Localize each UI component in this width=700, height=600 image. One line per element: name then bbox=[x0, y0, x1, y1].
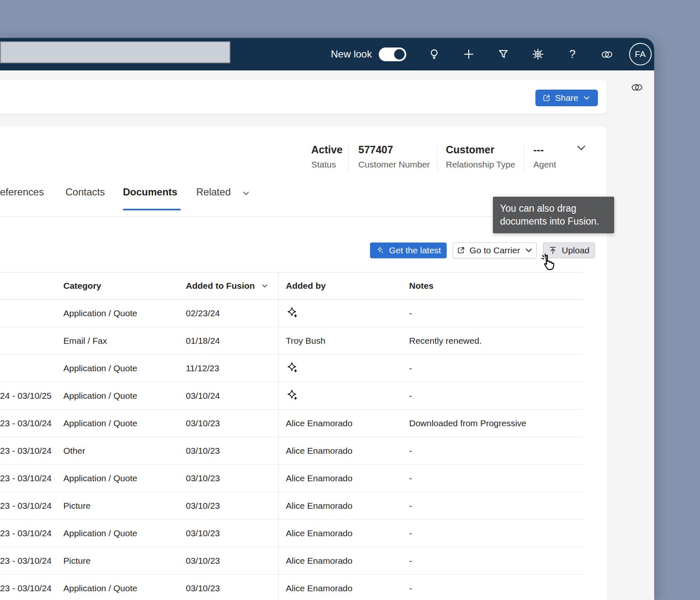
customer-status-field: Active Status bbox=[311, 144, 342, 170]
policy-term-cell: 23 - 03/10/24 bbox=[0, 501, 63, 511]
agent-value: --- bbox=[533, 144, 556, 156]
documents-table-body: Application / Quote 02/23/24 - Email / F… bbox=[0, 300, 583, 600]
added-to-fusion-cell: 03/10/23 bbox=[186, 556, 278, 566]
category-cell: Application / Quote bbox=[63, 308, 186, 318]
related-chevron-icon[interactable] bbox=[242, 190, 250, 198]
added-by-cell: Alice Enamorado bbox=[278, 556, 409, 566]
added-by-header[interactable]: Added by bbox=[278, 281, 409, 291]
added-to-fusion-cell: 02/23/24 bbox=[186, 308, 278, 318]
category-cell: Application / Quote bbox=[63, 473, 186, 483]
app-window: New look ? bbox=[0, 38, 654, 600]
added-by-cell bbox=[278, 306, 409, 320]
pinned-columns-divider bbox=[278, 272, 279, 600]
table-row[interactable]: 24 - 03/10/25 Application / Quote 03/10/… bbox=[0, 382, 583, 410]
category-cell: Application / Quote bbox=[63, 391, 186, 401]
drag-documents-tooltip: You can also drag documents into Fusion. bbox=[493, 197, 614, 233]
added-to-fusion-cell: 03/10/23 bbox=[186, 446, 278, 456]
table-row[interactable]: 23 - 03/10/24 Application / Quote 03/10/… bbox=[0, 410, 583, 437]
added-by-cell: Alice Enamorado bbox=[278, 446, 409, 456]
notes-header[interactable]: Notes bbox=[409, 281, 583, 291]
share-button-label: Share bbox=[555, 93, 578, 103]
category-cell: Application / Quote bbox=[63, 528, 186, 538]
chevron-down-icon bbox=[524, 246, 533, 255]
table-row[interactable]: Application / Quote 02/23/24 - bbox=[0, 300, 583, 327]
sort-chevron-icon[interactable] bbox=[261, 282, 269, 290]
go-to-carrier-label: Go to Carrier bbox=[470, 245, 520, 255]
tab-related[interactable]: Related bbox=[196, 186, 231, 198]
category-cell: Application / Quote bbox=[63, 418, 186, 428]
category-cell: Application / Quote bbox=[63, 583, 186, 593]
add-icon[interactable] bbox=[462, 48, 475, 61]
share-icon bbox=[542, 93, 551, 102]
search-input[interactable] bbox=[0, 41, 230, 63]
notes-cell: - bbox=[409, 446, 583, 456]
new-look-toggle[interactable] bbox=[379, 48, 406, 61]
new-look-label: New look bbox=[331, 48, 372, 60]
table-row[interactable]: 23 - 03/10/24 Picture 03/10/23 Alice Ena… bbox=[0, 492, 583, 520]
table-row[interactable]: Application / Quote 11/12/23 - bbox=[0, 355, 583, 382]
customer-number-label: Customer Number bbox=[358, 160, 430, 170]
notes-cell: - bbox=[409, 528, 583, 538]
added-by-cell bbox=[278, 361, 409, 375]
notes-cell: - bbox=[409, 556, 583, 566]
ai-sparkle-icon bbox=[286, 306, 300, 320]
table-row[interactable]: 23 - 03/10/24 Picture 03/10/23 Alice Ena… bbox=[0, 547, 583, 575]
added-to-fusion-cell: 01/18/24 bbox=[186, 336, 278, 346]
field-divider bbox=[437, 145, 438, 171]
tab-preferences[interactable]: eferences bbox=[0, 186, 44, 198]
desktop-background: New look ? bbox=[0, 0, 700, 600]
added-to-fusion-cell: 03/10/23 bbox=[186, 528, 278, 538]
documents-actions-row: Get the latest Go to Carrier Upload bbox=[0, 242, 607, 258]
notes-cell: Recently renewed. bbox=[409, 336, 583, 346]
table-row[interactable]: 23 - 03/10/24 Application / Quote 03/10/… bbox=[0, 575, 583, 600]
copilot-icon[interactable] bbox=[600, 48, 614, 61]
lightbulb-icon[interactable] bbox=[428, 48, 441, 61]
account-avatar[interactable]: FA bbox=[629, 43, 652, 65]
agent-field: --- Agent bbox=[533, 144, 556, 170]
avatar-initials: FA bbox=[635, 49, 646, 59]
table-row[interactable]: 23 - 03/10/24 Application / Quote 03/10/… bbox=[0, 520, 583, 547]
page-toolbar-card bbox=[0, 80, 607, 114]
added-to-fusion-header[interactable]: Added to Fusion bbox=[186, 281, 278, 291]
settings-gear-icon[interactable] bbox=[531, 48, 545, 61]
status-label: Status bbox=[311, 160, 342, 170]
category-cell: Application / Quote bbox=[63, 363, 186, 373]
get-the-latest-button[interactable]: Get the latest bbox=[370, 242, 447, 258]
customer-number-field: 577407 Customer Number bbox=[358, 144, 430, 170]
table-header-row: Category Added to Fusion Added by Notes bbox=[0, 272, 583, 300]
added-by-cell bbox=[278, 389, 409, 402]
top-navigation-bar: New look ? bbox=[0, 38, 654, 70]
notes-cell: - bbox=[409, 583, 583, 593]
table-row[interactable]: 23 - 03/10/24 Other 03/10/23 Alice Enamo… bbox=[0, 437, 583, 465]
tab-documents[interactable]: Documents bbox=[123, 186, 178, 198]
go-to-carrier-button[interactable]: Go to Carrier bbox=[453, 242, 537, 258]
policy-term-cell: 24 - 03/10/25 bbox=[0, 391, 63, 401]
added-to-fusion-cell: 11/12/23 bbox=[186, 363, 278, 373]
added-by-cell: Alice Enamorado bbox=[278, 473, 409, 483]
copilot-rail-icon[interactable] bbox=[631, 81, 643, 93]
agent-label: Agent bbox=[533, 160, 556, 170]
upload-button[interactable]: Upload bbox=[543, 242, 595, 258]
status-value: Active bbox=[311, 144, 342, 156]
share-button[interactable]: Share bbox=[535, 90, 598, 106]
notes-cell: - bbox=[409, 501, 583, 511]
filter-icon[interactable] bbox=[497, 48, 510, 61]
active-tab-underline bbox=[123, 209, 181, 210]
table-row[interactable]: Email / Fax 01/18/24 Troy Bush Recently … bbox=[0, 327, 583, 355]
notes-cell: Downloaded from Progressive bbox=[409, 418, 583, 428]
toggle-knob bbox=[394, 49, 405, 60]
sparkle-icon bbox=[376, 246, 385, 255]
notes-cell: - bbox=[409, 391, 583, 401]
expand-header-chevron-icon[interactable] bbox=[575, 142, 587, 154]
category-cell: Picture bbox=[63, 556, 186, 566]
table-row[interactable]: 23 - 03/10/24 Application / Quote 03/10/… bbox=[0, 465, 583, 492]
policy-term-cell: 23 - 03/10/24 bbox=[0, 473, 63, 483]
category-header[interactable]: Category bbox=[63, 281, 186, 291]
tab-contacts[interactable]: Contacts bbox=[65, 186, 105, 198]
documents-table: Category Added to Fusion Added by Notes … bbox=[0, 272, 583, 600]
policy-term-cell: 23 - 03/10/24 bbox=[0, 528, 63, 538]
help-icon[interactable]: ? bbox=[566, 48, 579, 61]
policy-term-cell: 23 - 03/10/24 bbox=[0, 418, 63, 428]
category-cell: Other bbox=[63, 446, 186, 456]
added-to-fusion-cell: 03/10/23 bbox=[186, 473, 278, 483]
